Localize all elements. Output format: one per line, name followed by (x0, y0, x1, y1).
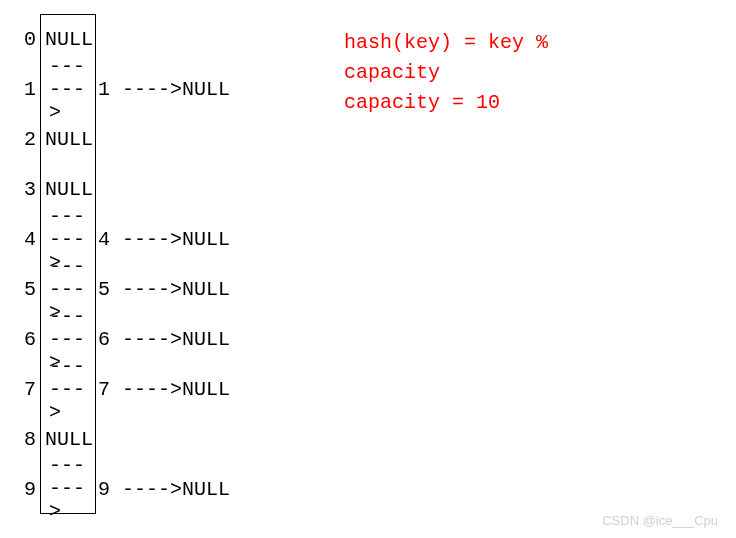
bucket-index: 9 (14, 478, 40, 501)
formula-line: hash(key) = key % (344, 28, 548, 58)
bucket-arrow: ------> (45, 454, 95, 523)
watermark: CSDN @ice___Cpu (602, 513, 718, 528)
bucket-content: NULL (45, 428, 93, 451)
bucket-content: NULL (45, 178, 93, 201)
hash-formula: hash(key) = key % capacity capacity = 10 (344, 28, 548, 118)
bucket-chain: 9 ---->NULL (96, 478, 230, 501)
bucket-cell: ------> (40, 464, 96, 514)
bucket-chain: 5 ---->NULL (96, 278, 230, 301)
bucket-index: 3 (14, 178, 40, 201)
bucket-index: 0 (14, 28, 40, 51)
bucket-content: NULL (45, 28, 93, 51)
bucket-chain: 6 ---->NULL (96, 328, 230, 351)
bucket-content: NULL (45, 128, 93, 151)
bucket-index: 6 (14, 328, 40, 351)
bucket-cell: ------> (40, 364, 96, 414)
bucket-chain: 7 ---->NULL (96, 378, 230, 401)
bucket-index: 8 (14, 428, 40, 451)
hash-table-diagram: 0 NULL 1 ------> 1 ---->NULL 2 NULL 3 NU… (14, 14, 230, 514)
bucket-index: 2 (14, 128, 40, 151)
bucket-index: 7 (14, 378, 40, 401)
bucket-chain: 4 ---->NULL (96, 228, 230, 251)
formula-line: capacity (344, 58, 548, 88)
formula-line: capacity = 10 (344, 88, 548, 118)
bucket-row: 7 ------> 7 ---->NULL (14, 364, 230, 414)
bucket-index: 5 (14, 278, 40, 301)
bucket-cell: ------> (40, 64, 96, 114)
bucket-row: 9 ------> 9 ---->NULL (14, 464, 230, 514)
bucket-row: 1 ------> 1 ---->NULL (14, 64, 230, 114)
bucket-cell: NULL (40, 114, 96, 164)
bucket-row: 2 NULL (14, 114, 230, 164)
bucket-index: 4 (14, 228, 40, 251)
bucket-chain: 1 ---->NULL (96, 78, 230, 101)
bucket-index: 1 (14, 78, 40, 101)
